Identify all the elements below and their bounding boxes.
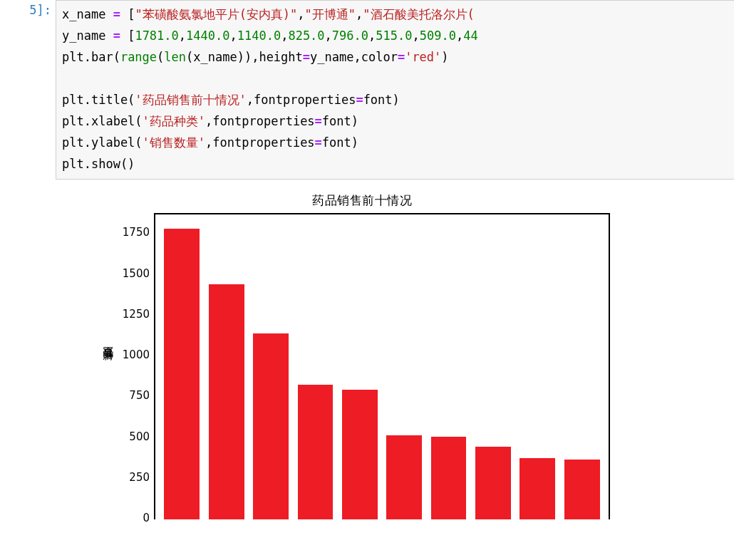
op-eq: = — [105, 7, 128, 21]
punct-lbr: [ — [128, 7, 135, 21]
ytick-mark — [154, 274, 155, 276]
punct-close1: ) — [441, 50, 448, 64]
ylabel-col: 销售数量 — [98, 213, 117, 519]
ytick-mark — [154, 478, 155, 479]
num-item: 825.0 — [288, 28, 324, 43]
punct-comma: , — [456, 28, 463, 43]
punct-comma: , — [179, 28, 186, 43]
punct-comma: , — [229, 28, 237, 43]
notebook-cell: 5]: x_name = ["苯磺酸氨氯地平片(安内真)","开博通","酒石酸… — [0, 0, 734, 519]
num-item: 1140.0 — [237, 28, 281, 43]
fv2: font) — [322, 114, 358, 128]
punct-p1: ( — [157, 50, 164, 64]
xlabel-str: '药品种类' — [143, 114, 205, 128]
kw-range: range — [120, 50, 157, 64]
title-str: '药品销售前十情况' — [135, 93, 246, 107]
str-red: 'red' — [405, 50, 441, 64]
code-line-7: plt.ylabel('销售数量',fontproperties=font) — [62, 132, 728, 153]
show-call: plt.show() — [62, 157, 135, 171]
y-axis-label: 销售数量 — [101, 363, 115, 369]
ytick-mark — [154, 519, 155, 519]
var-xname: x_name — [62, 7, 105, 21]
ytick-label: 1750 — [123, 226, 150, 239]
num-item: 796.0 — [332, 28, 368, 43]
ytick-label: 500 — [129, 430, 150, 443]
ytick-label: 1500 — [123, 267, 150, 280]
punct-c0: , — [297, 7, 304, 21]
fv3: font) — [322, 135, 358, 150]
op-eq6: = — [315, 114, 322, 128]
op-eq4: = — [398, 50, 405, 64]
ytick-label: 750 — [129, 389, 150, 402]
bar — [475, 447, 511, 519]
fp3: ,fontproperties — [205, 135, 315, 150]
op-eq5: = — [356, 93, 363, 107]
chart-title: 药品销售前十情况 — [98, 192, 626, 209]
var-yname: y_name — [62, 28, 105, 43]
prompt-label: 5]: — [29, 3, 51, 17]
bar — [386, 435, 422, 519]
code-line-5: plt.title('药品销售前十情况',fontproperties=font… — [62, 89, 728, 110]
bar — [431, 437, 467, 519]
bar — [253, 333, 289, 519]
op-eq3: = — [303, 50, 310, 64]
ytick-mark — [154, 437, 155, 439]
num-item: 1781.0 — [135, 28, 178, 43]
str-2: "酒石酸美托洛尔片( — [363, 7, 474, 21]
num-list: 1781.0,1440.0,1140.0,825.0,796.0,515.0,5… — [135, 28, 477, 43]
punct-c1: , — [356, 7, 363, 21]
str-0: "苯磺酸氨氯地平片(安内真)" — [135, 7, 297, 21]
num-item-tail: 44 — [463, 28, 477, 43]
code-line-6: plt.xlabel('药品种类',fontproperties=font) — [62, 110, 728, 132]
output-area: 药品销售前十情况 销售数量 02505007501000125015001750 — [56, 180, 734, 519]
bar — [342, 390, 378, 519]
ytick-mark — [154, 356, 155, 357]
ytick-mark — [154, 396, 155, 398]
ylabel-str: '销售数量' — [143, 135, 205, 150]
punct-comma: , — [281, 28, 288, 43]
ytick-label: 0 — [143, 512, 150, 524]
ytick-mark — [154, 233, 155, 234]
bar — [564, 460, 600, 519]
plot-col — [154, 213, 626, 519]
ylabel-call: plt.ylabel( — [62, 135, 143, 150]
cell-prompt: 5]: — [0, 0, 56, 519]
num-item: 515.0 — [376, 28, 412, 43]
kw-len: len — [164, 50, 186, 64]
ytick-mark — [154, 315, 155, 316]
punct-comma: , — [412, 28, 419, 43]
str-1: "开博通" — [305, 7, 356, 21]
bar — [298, 385, 334, 519]
punct-comma: , — [368, 28, 376, 43]
fp1: ,fontproperties — [247, 93, 356, 107]
code-line-1: x_name = ["苯磺酸氨氯地平片(安内真)","开博通","酒石酸美托洛尔… — [62, 4, 728, 25]
yticks-col: 02505007501000125015001750 — [117, 213, 154, 519]
bar — [209, 284, 244, 519]
ytick-label: 1250 — [123, 308, 150, 321]
bar-call-b: (x_name)),height — [186, 50, 303, 64]
fp2: ,fontproperties — [205, 114, 315, 128]
fv1: font) — [363, 93, 400, 107]
code-line-8: plt.show() — [62, 153, 728, 175]
ytick-label: 1000 — [123, 348, 150, 361]
plot-frame — [154, 213, 610, 519]
bar-call-c: y_name,color — [310, 50, 398, 64]
num-item: 1440.0 — [186, 28, 229, 43]
xlabel-call: plt.xlabel( — [62, 114, 143, 128]
code-line-3: plt.bar(range(len(x_name)),height=y_name… — [62, 46, 728, 68]
ytick-label: 250 — [129, 471, 150, 484]
chart-body: 销售数量 02505007501000125015001750 — [98, 213, 626, 519]
punct-lbr2: [ — [128, 28, 135, 43]
bar-call-a: plt.bar( — [62, 50, 120, 64]
op-eq2: = — [105, 28, 128, 43]
num-item: 509.0 — [420, 28, 456, 43]
bar-chart: 药品销售前十情况 销售数量 02505007501000125015001750 — [98, 192, 626, 519]
punct-comma: , — [325, 28, 332, 43]
op-eq7: = — [315, 135, 322, 150]
cell-area: x_name = ["苯磺酸氨氯地平片(安内真)","开博通","酒石酸美托洛尔… — [56, 0, 734, 519]
code-cell[interactable]: x_name = ["苯磺酸氨氯地平片(安内真)","开博通","酒石酸美托洛尔… — [56, 0, 734, 180]
code-line-blank — [62, 68, 728, 89]
title-call: plt.title( — [62, 93, 135, 107]
code-line-2: y_name = [1781.0,1440.0,1140.0,825.0,796… — [62, 25, 728, 46]
bar — [164, 229, 200, 519]
